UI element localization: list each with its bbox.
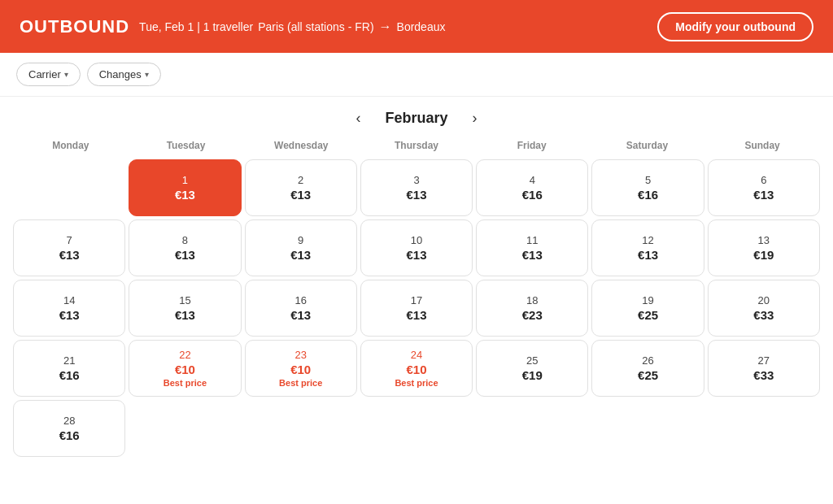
day-number: 16 <box>294 294 306 306</box>
day-price: €16 <box>522 188 543 202</box>
calendar-day-cell[interactable]: 18€23 <box>476 280 588 337</box>
calendar-day-cell[interactable]: 8€13 <box>129 219 241 276</box>
day-number: 23 <box>294 349 306 361</box>
carrier-filter[interactable]: Carrier ▾ <box>16 63 81 86</box>
calendar-day-cell[interactable]: 11€13 <box>476 219 588 276</box>
changes-filter[interactable]: Changes ▾ <box>87 63 161 86</box>
day-price: €16 <box>638 188 658 202</box>
calendar-day-cell[interactable]: 15€13 <box>129 280 241 337</box>
day-price: €10 <box>290 363 311 376</box>
calendar-day-cell[interactable]: 16€13 <box>245 280 357 337</box>
calendar-day-cell <box>129 400 241 457</box>
calendar-day-cell[interactable]: 17€13 <box>360 280 473 337</box>
day-number: 25 <box>526 354 538 367</box>
calendar-day-cell[interactable]: 22€10Best price <box>129 340 241 397</box>
day-number: 21 <box>63 354 75 367</box>
day-price: €13 <box>59 248 80 262</box>
calendar-day-cell[interactable]: 13€19 <box>708 219 820 276</box>
calendar-grid: 1€132€133€134€165€166€137€138€139€1310€1… <box>13 159 820 457</box>
arrow-icon: → <box>379 20 392 34</box>
day-header: Tuesday <box>129 137 244 154</box>
calendar-day-cell[interactable]: 12€13 <box>591 219 704 276</box>
calendar-day-cell[interactable]: 26€25 <box>591 340 704 397</box>
day-number: 7 <box>67 234 72 246</box>
day-header: Saturday <box>590 137 705 154</box>
day-price: €23 <box>522 308 543 322</box>
day-price: €33 <box>753 368 774 382</box>
day-number: 6 <box>761 174 766 186</box>
day-number: 1 <box>182 174 188 186</box>
calendar-day-cell[interactable]: 20€33 <box>708 280 820 337</box>
day-price: €19 <box>753 248 774 262</box>
modify-outbound-button[interactable]: Modify your outbound <box>657 12 813 41</box>
day-number: 5 <box>645 174 651 186</box>
calendar-day-cell <box>13 159 125 216</box>
outbound-title: OUTBOUND <box>20 16 129 37</box>
calendar-day-cell[interactable]: 10€13 <box>360 219 473 276</box>
calendar-day-cell[interactable]: 5€16 <box>591 159 704 216</box>
day-price: €25 <box>638 308 658 322</box>
day-number: 20 <box>758 294 770 306</box>
day-price: €13 <box>406 308 426 322</box>
calendar-day-cell[interactable]: 24€10Best price <box>360 340 473 397</box>
calendar-day-cell[interactable]: 14€13 <box>13 280 125 337</box>
changes-label: Changes <box>99 68 142 80</box>
calendar-day-cell[interactable]: 28€16 <box>13 400 125 457</box>
day-price: €19 <box>522 368 543 382</box>
day-header: Friday <box>474 137 590 154</box>
day-header: Wednesday <box>243 137 359 154</box>
calendar-day-cell[interactable]: 19€25 <box>591 280 704 337</box>
day-number: 24 <box>411 349 422 361</box>
day-price: €16 <box>59 428 80 442</box>
calendar-day-cell[interactable]: 2€13 <box>245 159 357 216</box>
prev-month-button[interactable]: ‹ <box>351 108 365 128</box>
calendar-day-cell[interactable]: 27€33 <box>708 340 820 397</box>
next-month-button[interactable]: › <box>468 108 482 128</box>
day-number: 13 <box>758 234 770 246</box>
calendar-day-cell[interactable]: 1€13 <box>129 159 241 216</box>
day-number: 14 <box>63 294 75 306</box>
day-price: €13 <box>522 248 543 262</box>
best-price-label: Best price <box>279 378 322 388</box>
day-number: 28 <box>63 415 75 427</box>
calendar-day-cell[interactable]: 9€13 <box>245 219 357 276</box>
calendar-day-cell[interactable]: 25€19 <box>476 340 588 397</box>
day-number: 2 <box>298 174 303 186</box>
changes-chevron-icon: ▾ <box>145 70 149 79</box>
day-price: €13 <box>406 248 426 262</box>
day-number: 26 <box>642 354 653 367</box>
calendar-day-cell <box>708 400 820 457</box>
calendar-day-cell <box>591 400 704 457</box>
day-headers: MondayTuesdayWednesdayThursdayFridaySatu… <box>13 137 820 154</box>
calendar-day-cell[interactable]: 3€13 <box>360 159 473 216</box>
day-number: 18 <box>526 294 538 306</box>
best-price-label: Best price <box>395 378 438 388</box>
day-header: Monday <box>13 137 129 154</box>
calendar-day-cell[interactable]: 7€13 <box>13 219 125 276</box>
day-price: €13 <box>59 308 80 322</box>
day-price: €10 <box>406 363 426 376</box>
calendar-day-cell <box>245 400 357 457</box>
day-price: €13 <box>290 248 311 262</box>
day-price: €16 <box>59 368 80 382</box>
filters-bar: Carrier ▾ Changes ▾ <box>0 53 833 97</box>
day-number: 17 <box>411 294 422 306</box>
day-number: 8 <box>182 234 188 246</box>
day-price: €13 <box>638 248 658 262</box>
calendar-day-cell[interactable]: 6€13 <box>708 159 820 216</box>
day-price: €13 <box>175 248 195 262</box>
best-price-label: Best price <box>164 378 207 388</box>
day-price: €13 <box>753 188 774 202</box>
day-price: €33 <box>753 308 774 322</box>
day-price: €13 <box>290 188 311 202</box>
carrier-label: Carrier <box>28 68 61 80</box>
calendar-day-cell[interactable]: 4€16 <box>476 159 588 216</box>
calendar-header: ‹ February › <box>13 97 820 137</box>
calendar-day-cell[interactable]: 23€10Best price <box>245 340 357 397</box>
day-number: 19 <box>642 294 653 306</box>
calendar-day-cell <box>360 400 473 457</box>
day-number: 11 <box>526 234 538 246</box>
calendar-day-cell[interactable]: 21€16 <box>13 340 125 397</box>
day-number: 27 <box>758 354 770 367</box>
day-number: 4 <box>530 174 535 186</box>
